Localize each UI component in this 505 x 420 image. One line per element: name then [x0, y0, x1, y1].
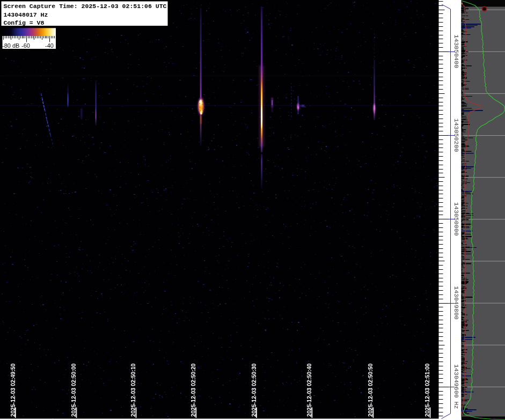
svg-text:143048017 Hz: 143048017 Hz — [4, 11, 48, 18]
svg-text:143049800: 143049800 — [453, 286, 460, 320]
svg-text:2025-12-03 02:51:00: 2025-12-03 02:51:00 — [424, 364, 430, 417]
svg-text:2025-12-03 02:50:40: 2025-12-03 02:50:40 — [306, 364, 312, 417]
svg-text:2025-12-03 02:49:50: 2025-12-03 02:49:50 — [10, 364, 16, 417]
svg-text:Screen Capture Time: 2025-12-0: Screen Capture Time: 2025-12-03 02:51:06… — [4, 3, 167, 10]
svg-text:-80 dB: -80 dB — [2, 42, 19, 49]
svg-text:-40: -40 — [45, 42, 54, 49]
svg-text:2025-12-03 02:50:00: 2025-12-03 02:50:00 — [70, 364, 77, 417]
svg-text:143050400: 143050400 — [453, 34, 460, 68]
svg-text:2025-12-03 02:50:20: 2025-12-03 02:50:20 — [190, 364, 196, 417]
svg-text:2025-12-03 02:50:10: 2025-12-03 02:50:10 — [130, 364, 136, 417]
svg-text:143050000: 143050000 — [453, 202, 460, 236]
svg-text:2025-12-03 02:50:50: 2025-12-03 02:50:50 — [367, 364, 374, 417]
svg-text:2025-12-03 02:50:30: 2025-12-03 02:50:30 — [251, 364, 257, 417]
svg-text:Config = V8: Config = V8 — [4, 19, 45, 26]
svg-text:143049600 Hz: 143049600 Hz — [453, 364, 460, 409]
svg-text:143050200: 143050200 — [453, 119, 460, 152]
svg-text:-60: -60 — [21, 42, 30, 49]
